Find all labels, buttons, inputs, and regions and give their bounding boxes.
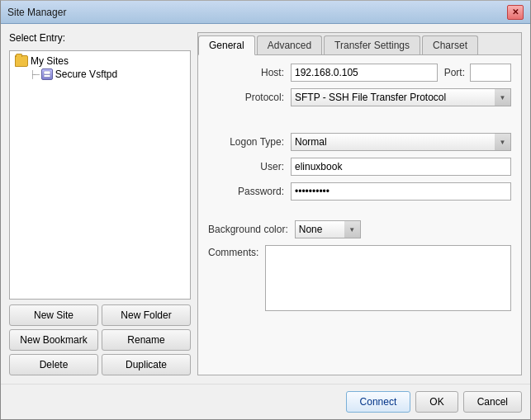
select-entry-label: Select Entry: (9, 32, 191, 44)
tab-charset[interactable]: Charset (422, 35, 478, 54)
tab-transfer-settings[interactable]: Transfer Settings (324, 35, 420, 54)
svg-rect-1 (44, 75, 50, 78)
ok-button[interactable]: OK (415, 391, 458, 413)
new-site-button[interactable]: New Site (9, 304, 98, 326)
folder-icon (15, 55, 28, 67)
port-input[interactable] (470, 64, 511, 82)
cancel-button[interactable]: Cancel (463, 391, 522, 413)
server-icon (41, 68, 53, 80)
bg-color-select[interactable]: None Red Green Blue (295, 220, 361, 238)
protocol-row: Protocol: SFTP - SSH File Transfer Proto… (208, 88, 511, 106)
window-title: Site Manager (7, 7, 66, 18)
new-folder-button[interactable]: New Folder (102, 304, 191, 326)
comments-input[interactable] (265, 245, 511, 311)
bg-color-select-wrapper: None Red Green Blue ▼ (295, 220, 361, 238)
left-panel: Select Entry: My Sites ├─ Secure Vsftpd … (9, 32, 191, 375)
password-input[interactable] (291, 182, 511, 201)
duplicate-button[interactable]: Duplicate (102, 354, 191, 375)
protocol-select[interactable]: SFTP - SSH File Transfer Protocol FTP - … (291, 88, 511, 106)
comments-row: Comments: (208, 245, 511, 311)
bg-color-label: Background color: (208, 224, 295, 235)
close-button[interactable]: ✕ (507, 5, 524, 20)
user-row: User: (208, 158, 511, 176)
logon-type-row: Logon Type: Normal Anonymous Ask for pas… (208, 133, 511, 151)
protocol-select-wrapper: SFTP - SSH File Transfer Protocol FTP - … (291, 88, 511, 106)
host-input[interactable] (291, 64, 438, 82)
logon-type-select-wrapper: Normal Anonymous Ask for password Intera… (291, 133, 511, 151)
logon-type-label: Logon Type: (208, 136, 291, 148)
rename-button[interactable]: Rename (102, 329, 191, 351)
site-manager-window: Site Manager ✕ Select Entry: My Sites ├─… (0, 0, 531, 420)
password-label: Password: (208, 186, 291, 197)
tree-folder-label: My Sites (31, 55, 69, 67)
tab-general[interactable]: General (198, 35, 255, 55)
tree-dots: ├─ (30, 70, 39, 78)
title-bar: Site Manager ✕ (1, 1, 530, 24)
button-grid: New Site New Folder New Bookmark Rename … (9, 304, 191, 375)
password-row: Password: (208, 182, 511, 201)
bottom-bar: Connect OK Cancel (1, 384, 530, 419)
svg-rect-0 (44, 71, 50, 74)
tabs-bar: General Advanced Transfer Settings Chars… (198, 33, 521, 55)
tree-item-label: Secure Vsftpd (55, 68, 117, 80)
comments-area-wrapper (265, 245, 511, 311)
main-content: Select Entry: My Sites ├─ Secure Vsftpd … (1, 24, 530, 384)
tab-advanced[interactable]: Advanced (257, 35, 322, 54)
new-bookmark-button[interactable]: New Bookmark (9, 329, 98, 351)
user-label: User: (208, 161, 291, 172)
logon-type-select[interactable]: Normal Anonymous Ask for password Intera… (291, 133, 511, 151)
host-label: Host: (208, 67, 291, 78)
user-input[interactable] (291, 158, 511, 176)
right-panel: General Advanced Transfer Settings Chars… (197, 32, 522, 375)
bg-color-row: Background color: None Red Green Blue ▼ (208, 220, 511, 238)
host-port-row: Host: Port: (208, 64, 511, 82)
protocol-label: Protocol: (208, 92, 291, 103)
delete-button[interactable]: Delete (9, 354, 98, 375)
tab-content-general: Host: Port: Protocol: SFTP - SSH File Tr… (198, 55, 521, 375)
connect-button[interactable]: Connect (346, 391, 411, 413)
comments-label: Comments: (208, 245, 265, 258)
tree-folder-my-sites[interactable]: My Sites (13, 54, 187, 68)
tree-view: My Sites ├─ Secure Vsftpd (9, 50, 191, 300)
tree-item-secure-vsftpd[interactable]: ├─ Secure Vsftpd (13, 68, 187, 81)
port-label: Port: (438, 67, 470, 78)
